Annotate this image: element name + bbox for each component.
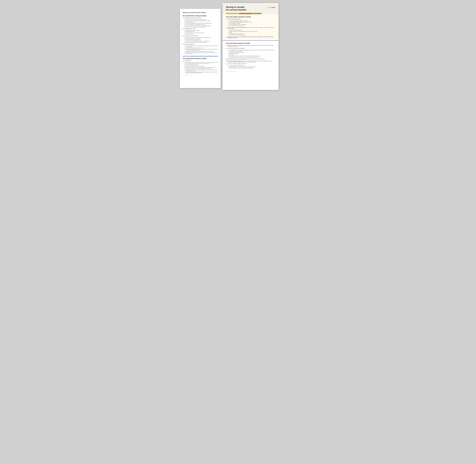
identify-checkbox[interactable] [226,19,227,20]
right-footer: Moving to Canada Pre-arrival checklist 1 [223,70,279,72]
bullet [228,54,229,55]
calculate-cost-item: Calculate the cost of living in your cho… [226,36,275,39]
travel-sub-7: Get your proof of funds documents: Up-to… [184,69,218,71]
travel-sublist: Pack belongings you plan to take with yo… [184,62,218,73]
jobs-checkbox[interactable] [183,29,184,29]
travel-sub-5: Get travel insurance, especially if your… [184,67,218,68]
page-right: Moving to Canada Pre-arrival checklist a… [223,3,279,90]
gather-docs-item: Gather documents and start your immigrat… [226,27,275,29]
bullet [184,65,185,65]
two-weeks-heading: Two weeks before moving to Canada [183,58,218,59]
bullet [228,50,229,50]
jobs-sub-3: Customize your resume and cover letter f… [184,32,218,33]
right-page-header: Moving to Canada Pre-arrival checklist a… [223,3,279,14]
health-checkbox[interactable] [183,36,184,37]
bullet [184,72,185,72]
left-footer-page: 3 [218,75,218,76]
left-footer: Moving to Canada Pre-arrival checklist 3 [183,74,218,76]
left-page-main-title: Moving to Canada Pre-arrival checklist [183,11,218,13]
gather-checkbox[interactable] [226,27,227,28]
travel-sub-6: Gather your travel documents, CoPR or le… [184,68,218,69]
bullet [228,34,229,34]
bullet [184,34,185,35]
province-link[interactable]: Canadian province or territory [234,20,243,21]
bullet [228,21,229,21]
vacate-item: Prepare to vacate your home [183,44,218,45]
bullet [184,39,185,39]
bullet [228,65,229,66]
finance-sub-2: Close bank accounts, credit cards, and o… [184,20,218,21]
identify-sub-5: Hire a licensed immigration consultant, … [228,25,275,26]
consolidate-finances-item: Consolidate your finances in your home c… [183,18,218,19]
finance-sub-5: Set up automatic payments for ongoing tr… [184,24,218,25]
bullet [184,22,185,22]
occupation-checkbox[interactable] [226,64,227,65]
travel-checkbox[interactable] [183,60,184,61]
bullet [184,62,185,63]
vacate-checkbox[interactable] [183,44,184,45]
identify-label: Identify the right immigration program [228,19,241,20]
consolidate-checkbox[interactable] [183,18,184,19]
pay-label: Pay the application fee and submit your … [228,58,265,59]
calculate-link[interactable]: Calculate the cost of living [228,36,236,37]
bullet [184,31,185,32]
bullet [228,26,229,26]
collect-sub-6: Other documents, such as your marriage o… [228,57,275,58]
green-bar [253,13,262,14]
page-main-title: Moving to Canada Pre-arrival checklist [226,6,246,11]
right-footer-text: Moving to Canada Pre-arrival checklist [226,71,236,72]
two-years-heading: Two years before moving to Canada [226,16,275,18]
consolidate-sublist: Take inventory of your existing bank acc… [184,19,218,28]
calculate-checkbox[interactable] [226,37,227,38]
bullet [228,23,229,24]
bullet [184,46,185,46]
calculate-label: Calculate the cost of living in your cho… [228,36,275,39]
one-month-heading: One month before moving to Canada [183,15,218,17]
arrive-logo-text: arrive [271,7,275,8]
bullet [184,37,185,38]
identify-sub-2: Choose between temporary (work or study … [228,22,275,23]
health-item: Get up-to-date on your health checkups [183,35,218,37]
travel-sub-4: Purchase Canadian dollars: Don't forget … [184,66,218,67]
ita-checkbox[interactable] [226,45,227,46]
collect-docs-item: Collect essential documents for your app… [226,48,275,49]
collect-sub-3: Canadian job offer, if applicable [228,53,275,54]
vacate-sub-3: Decide what you want to take with you to… [184,49,218,51]
check-occupation-item: Check if your occupation is regulated in… [226,63,275,65]
bullet [184,42,185,43]
vacate-sub-2: If you own your home, arrange to have it… [184,48,218,48]
identify-sub-1: Decide which Canadian province or territ… [228,20,275,21]
collect-checkbox[interactable] [226,48,227,49]
bullet [184,51,185,52]
color-bars [226,13,275,14]
one-year-section: One year before moving to Canada Respond… [223,41,279,70]
occupation-sublist: Identify the regulator in your province … [228,65,275,68]
bullet [184,48,185,48]
travel-item: Get ready to travel [183,60,218,61]
finance-sub-1: Take inventory of your existing bank acc… [184,19,218,20]
bullet [228,56,229,56]
identify-sub-3: Understand application requirements [228,23,275,24]
wait-pr-item: Wait for your PR application to be proce… [226,60,275,63]
wait-checkbox[interactable] [226,61,227,62]
identify-sub-4: Check your eligibility for shortlisted i… [228,24,275,25]
gather-sub-2: Language test scores: IELTS or CELPIP fo… [228,31,275,32]
travel-sub-2: Purchase weather-appropriate clothing an… [184,63,218,64]
respond-ita-item: Respond to your Invitation To Apply (ITA… [226,45,275,47]
bullet [184,33,185,33]
jobs-sub-1: Register with Canadian employment agenci… [184,30,218,31]
bullet [184,52,185,53]
health-sublist: Schedule visits to your doctor, dentist,… [184,37,218,43]
collect-sublist: Proof of settlement funds: This is requi… [228,50,275,58]
gather-sub-3: Passport [228,32,275,33]
bullet [228,68,229,68]
identify-sublist: Decide which Canadian province or territ… [228,20,275,26]
pay-checkbox[interactable] [226,59,227,60]
travel-sub-1: Pack belongings you plan to take with yo… [184,62,218,63]
gather-sub-5: Other documents required for your immigr… [228,35,275,36]
travel-label: Get ready to travel [184,60,191,61]
consolidate-label: Consolidate your finances in your home c… [184,18,201,19]
occupation-label: Check if your occupation is regulated in… [228,63,247,64]
bullet [228,32,229,33]
orange-bar [239,13,253,14]
